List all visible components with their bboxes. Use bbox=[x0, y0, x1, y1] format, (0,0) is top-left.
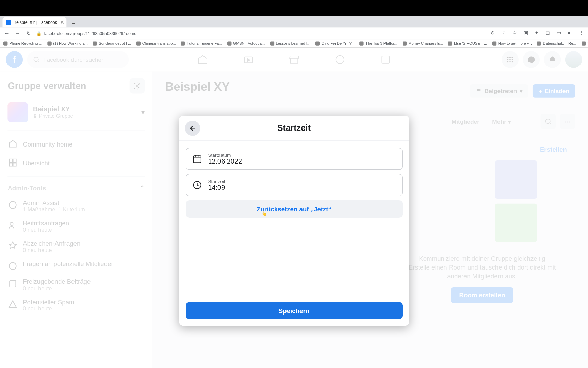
start-date-field[interactable]: Startdatum 12.06.2022 bbox=[185, 148, 402, 170]
reload-button[interactable]: ↻ bbox=[26, 30, 32, 37]
new-tab-button[interactable]: + bbox=[69, 19, 78, 27]
bookmark-item[interactable]: Qing Fei De Yi - Y... bbox=[315, 41, 355, 45]
field-label: Startdatum bbox=[208, 152, 396, 157]
field-label: Startzeit bbox=[208, 179, 396, 184]
cursor-icon: 👆 bbox=[262, 211, 267, 216]
facebook-favicon bbox=[6, 20, 11, 25]
starttime-modal: Startzeit Startdatum 12.06.2022 bbox=[179, 116, 409, 326]
reset-label: Zurücksetzen auf „Jetzt“ bbox=[257, 205, 331, 213]
calendar-icon bbox=[192, 154, 202, 164]
bookmark-icon[interactable]: ☆ bbox=[512, 30, 518, 36]
menu-icon[interactable]: ⋮ bbox=[579, 30, 585, 36]
bookmark-item[interactable]: Datenschutz – Re... bbox=[537, 41, 576, 45]
bookmark-item[interactable]: Lessons Learned f... bbox=[270, 41, 310, 45]
bookmark-item[interactable]: Chinese translatio... bbox=[136, 41, 176, 45]
bookmark-item[interactable]: LEE 'S HOUSE—... bbox=[448, 41, 487, 45]
back-button[interactable]: ← bbox=[3, 30, 10, 37]
bookmark-item[interactable]: GMSN - Vologda... bbox=[227, 41, 265, 45]
field-value: 12.06.2022 bbox=[208, 157, 396, 165]
close-icon[interactable]: ✕ bbox=[60, 19, 64, 25]
save-label: Speichern bbox=[279, 307, 309, 314]
bookmark-item[interactable]: How to get more v... bbox=[492, 41, 532, 45]
bookmark-item[interactable]: Sonderangebot | ... bbox=[93, 41, 131, 45]
extension-icon[interactable]: ◻ bbox=[546, 30, 552, 36]
clock-icon bbox=[192, 180, 202, 190]
back-button[interactable] bbox=[185, 120, 200, 136]
share-icon[interactable]: ⇪ bbox=[502, 30, 507, 36]
bookmark-item[interactable]: Tutorial: Eigene Fa... bbox=[181, 41, 222, 45]
field-value: 14:09 bbox=[208, 184, 396, 191]
bookmarks-bar: Phone Recycling ... (1) How Working a...… bbox=[0, 39, 588, 48]
save-button[interactable]: Speichern bbox=[185, 302, 402, 319]
bookmark-item[interactable]: Money Changes E... bbox=[403, 41, 443, 45]
forward-button[interactable]: → bbox=[14, 30, 21, 37]
start-time-field[interactable]: Startzeit 14:09 bbox=[185, 174, 402, 196]
browser-tab[interactable]: Beispiel XY | Facebook ✕ bbox=[2, 17, 66, 27]
address-bar[interactable]: 🔒 facebook.com/groups/1126350550836026/r… bbox=[36, 31, 486, 36]
svg-rect-26 bbox=[193, 156, 201, 163]
bookmark-item[interactable]: Student Wants an... bbox=[582, 41, 588, 45]
bookmark-item[interactable]: (1) How Working a... bbox=[47, 41, 88, 45]
bookmark-item[interactable]: The Top 3 Platfor... bbox=[360, 41, 397, 45]
extension-icon[interactable]: ▣ bbox=[524, 30, 529, 36]
search-icon[interactable]: ⊙ bbox=[491, 30, 496, 36]
extension-icon[interactable]: ▭ bbox=[557, 30, 562, 36]
url-text: facebook.com/groups/1126350550836026/roo… bbox=[44, 31, 136, 36]
modal-title: Startzeit bbox=[277, 123, 311, 133]
profile-icon[interactable]: ● bbox=[568, 30, 573, 36]
browser-chrome: Beispiel XY | Facebook ✕ + ← → ↻ 🔒 faceb… bbox=[0, 16, 588, 39]
tab-title: Beispiel XY | Facebook bbox=[14, 20, 57, 25]
lock-icon: 🔒 bbox=[36, 31, 42, 36]
reset-to-now-button[interactable]: Zurücksetzen auf „Jetzt“ 👆 bbox=[185, 200, 402, 218]
arrow-left-icon bbox=[189, 124, 196, 132]
extension-icon[interactable]: ✦ bbox=[535, 30, 540, 36]
bookmark-item[interactable]: Phone Recycling ... bbox=[3, 41, 42, 45]
